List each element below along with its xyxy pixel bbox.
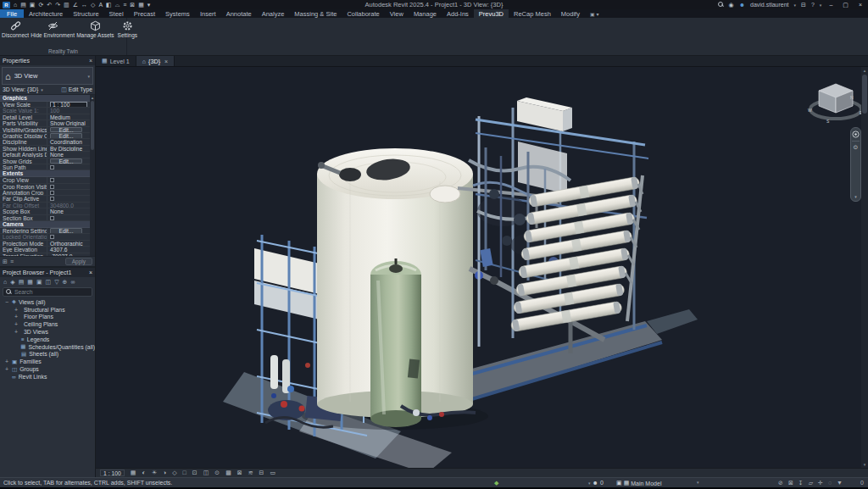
edit-button[interactable]: Edit... — [50, 228, 82, 233]
text-icon[interactable]: A — [98, 2, 103, 8]
reveal-constraints-icon[interactable]: ⊟ — [259, 470, 264, 476]
design-options-icon[interactable]: ▣ — [616, 480, 622, 486]
scroll-down-icon[interactable]: ▾ — [864, 462, 866, 467]
tree-families[interactable]: + ▣ Families — [0, 358, 95, 365]
browser-views-icon[interactable]: ◈ — [10, 279, 14, 286]
select-by-face-icon[interactable]: ▱ — [809, 480, 813, 486]
ribbon-tab[interactable]: Systems — [160, 9, 195, 18]
ribbon-tab[interactable]: View — [385, 9, 409, 18]
default-3d-view-icon[interactable]: ◧ — [106, 2, 112, 8]
help-button[interactable]: ? — [811, 2, 815, 8]
tree-groups[interactable]: + ◫ Groups — [0, 365, 95, 373]
browser-filter-icon[interactable]: ▽ — [54, 279, 58, 286]
open-icon[interactable]: ▤ — [20, 2, 26, 8]
design-option-caret-icon[interactable]: ▾ — [697, 480, 699, 485]
expander-icon[interactable]: − — [4, 299, 9, 305]
property-checkbox[interactable] — [50, 216, 54, 220]
ribbon-tab[interactable]: Massing & Site — [289, 9, 342, 18]
property-checkbox[interactable] — [50, 197, 54, 201]
temporary-view-properties-icon[interactable]: ▩ — [225, 470, 231, 476]
viewport-scrollbar[interactable]: ▴ ▾ — [861, 67, 868, 468]
sync-with-central-icon[interactable]: ⟳ — [38, 2, 43, 8]
property-row[interactable]: Scope Box None None None — [0, 208, 95, 214]
property-row[interactable]: Far Clip Active — [0, 196, 95, 202]
cart-icon[interactable]: ⊟ — [801, 2, 806, 8]
disconnect-button[interactable]: Disconnect — [0, 19, 31, 39]
help-caret-icon[interactable]: ▾ — [820, 3, 822, 8]
show-crop-region-icon[interactable]: ⊡ — [192, 470, 198, 476]
ribbon-tab[interactable]: Manage — [409, 9, 442, 18]
aligned-dimension-icon[interactable]: ↔ — [81, 2, 87, 8]
search-input[interactable] — [14, 289, 82, 295]
properties-list-icon[interactable]: ≡ — [10, 258, 14, 265]
file-tab[interactable]: File — [0, 9, 24, 18]
browser-families-icon[interactable]: ▣ — [36, 279, 42, 286]
ribbon-tab[interactable]: Structure — [68, 9, 103, 18]
navbar-options-caret-icon[interactable]: ▾ — [854, 194, 857, 199]
ribbon-tab[interactable]: Annotate — [221, 9, 257, 18]
property-row[interactable]: Crop View — [0, 177, 95, 183]
property-row[interactable]: Rendering Settings Edit... Edit... Edit.… — [0, 228, 95, 234]
property-row[interactable]: Detail Level Medium Medium Medium — [0, 114, 95, 120]
revit-logo[interactable]: R — [3, 2, 10, 8]
expander-icon[interactable]: + — [14, 329, 19, 335]
navigation-wheel-icon[interactable] — [852, 131, 860, 138]
section-icon[interactable]: ⌓ — [115, 2, 120, 8]
property-row[interactable]: Parts Visibility Show Original Show Orig… — [0, 120, 95, 126]
property-checkbox[interactable] — [50, 191, 54, 195]
visual-style-icon[interactable]: ◐ — [142, 470, 145, 476]
property-checkbox[interactable] — [50, 165, 54, 169]
tree-3d-views[interactable]: + 3D Views — [0, 328, 95, 336]
save-icon[interactable]: ▣ — [30, 2, 36, 8]
type-selector-caret-icon[interactable]: ▾ — [87, 74, 90, 79]
property-input[interactable]: 1 : 100 — [50, 102, 87, 107]
ribbon-tab[interactable]: Steel — [104, 9, 129, 18]
minimize-button[interactable]: – — [826, 2, 835, 8]
view-tab-level1[interactable]: ▦ Level 1 — [96, 56, 136, 66]
print-icon[interactable]: ▥ — [64, 2, 70, 8]
tree-views-all[interactable]: − ◈ Views (all) — [0, 298, 95, 306]
worksharing-display-icon[interactable]: ▭ — [270, 470, 275, 476]
property-row[interactable]: Projection Mode Orthographic Orthographi… — [0, 241, 95, 247]
customize-qat-icon[interactable]: ▾ — [147, 2, 151, 8]
manage-design-options-icon[interactable]: ▦ — [624, 480, 630, 486]
property-row[interactable]: Graphic Display Op... Edit... Edit... Ed… — [0, 133, 95, 139]
property-row[interactable]: Visibility/Graphics ... Edit... Edit... … — [0, 127, 95, 133]
browser-expand-icon[interactable]: ⊕ — [63, 279, 68, 286]
type-selector[interactable]: ⌂ 3D View ▾ — [2, 67, 93, 85]
select-links-icon[interactable]: ⊘ — [778, 480, 783, 486]
zoom-icon[interactable]: ⊙ — [854, 144, 859, 150]
expander-icon[interactable]: + — [4, 366, 9, 372]
property-row[interactable]: Section Box — [0, 215, 95, 221]
project-browser-close-icon[interactable]: × — [89, 270, 92, 275]
browser-search[interactable] — [3, 287, 92, 297]
apply-button[interactable]: Apply — [65, 258, 92, 265]
ribbon-tab[interactable]: Analyze — [257, 9, 290, 18]
edit-button[interactable]: Edit... — [50, 158, 82, 164]
settings-button[interactable]: Settings — [116, 19, 140, 39]
view-scale-button[interactable]: 1 : 100 — [100, 470, 125, 476]
tag-by-category-icon[interactable]: ◇ — [91, 2, 95, 8]
community-icon[interactable]: ◉ — [729, 2, 734, 8]
property-row[interactable]: Crop Region Visible — [0, 184, 95, 190]
measure-icon[interactable]: ∠ — [73, 2, 78, 8]
expander-icon[interactable]: + — [14, 307, 19, 313]
close-view-tab-icon[interactable]: × — [164, 58, 168, 64]
tree-sheets[interactable]: ▤ Sheets (all) — [0, 351, 95, 358]
ribbon-tab[interactable]: Modify — [556, 9, 585, 18]
property-checkbox[interactable] — [50, 235, 54, 239]
ribbon-tab[interactable]: Insert — [195, 9, 221, 18]
redo-icon[interactable]: ↷ — [55, 2, 60, 8]
property-row[interactable]: View Scale 1 : 100 1 : 100 1 : 100 — [0, 102, 95, 108]
property-checkbox[interactable] — [50, 178, 54, 182]
filter-icon[interactable]: ▼ — [837, 480, 843, 486]
tree-legends[interactable]: ≡ Legends — [0, 336, 95, 343]
switch-windows-icon[interactable]: ▦ — [138, 2, 144, 8]
edit-type-button[interactable]: ◫ Edit Type — [61, 86, 92, 93]
tree-structural-plans[interactable]: + Structural Plans — [0, 306, 95, 314]
property-row[interactable]: Far Clip Offset 304800.0 304800.0 304800… — [0, 203, 95, 208]
tree-schedules[interactable]: ▦ Schedules/Quantities (all) — [0, 343, 95, 351]
restore-button[interactable]: ▢ — [840, 2, 851, 8]
property-row[interactable]: Annotation Crop — [0, 190, 95, 196]
instance-caret-icon[interactable]: ▾ — [41, 87, 43, 92]
